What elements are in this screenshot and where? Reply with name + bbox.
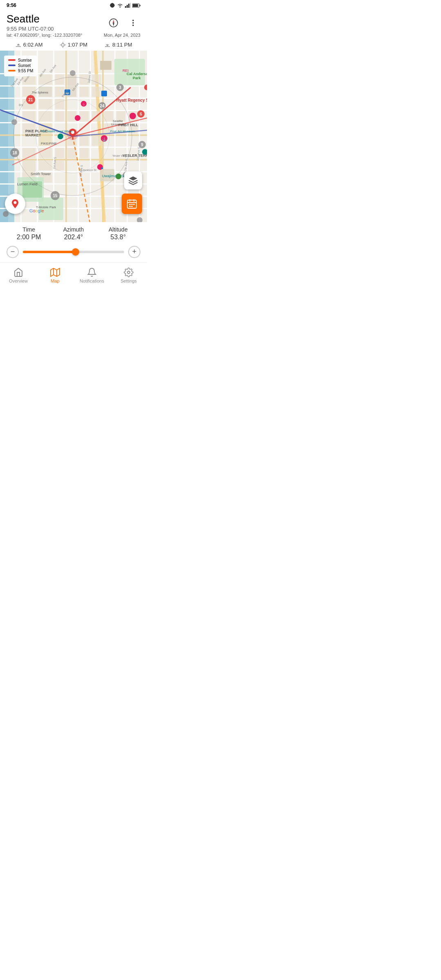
svg-text:24: 24 — [100, 104, 105, 108]
status-time: 9:56 — [7, 2, 16, 8]
svg-rect-31 — [0, 110, 147, 111]
svg-text:PIKE/PINE: PIKE/PINE — [41, 142, 57, 145]
more-button[interactable] — [126, 16, 140, 30]
map-container[interactable]: 21 18 15 24 3 6 9 12 🚌 PIKE PLACE MARKET… — [0, 51, 147, 222]
svg-text:3: 3 — [119, 85, 121, 90]
settings-icon — [124, 267, 134, 277]
legend-sunrise: Sunrise — [18, 58, 32, 62]
my-location-button[interactable] — [5, 194, 25, 214]
slider-fill — [23, 251, 76, 253]
layers-button[interactable] — [124, 172, 142, 189]
sunset-icon — [104, 42, 111, 48]
sunset-item: 8:11 PM — [96, 42, 140, 48]
city-time: 9:55 PM UTC-07:00 — [7, 26, 54, 32]
layers-icon — [128, 176, 138, 185]
altitude-item: Altitude 53.8° — [96, 226, 140, 241]
svg-rect-69 — [39, 111, 52, 121]
calendar-icon — [127, 198, 137, 209]
svg-rect-85 — [80, 148, 89, 158]
svg-text:Yesler Way: Yesler Way — [112, 154, 127, 158]
svg-rect-83 — [80, 136, 89, 146]
svg-text:Frye Art Museum: Frye Art Museum — [110, 129, 135, 133]
header: Seattle 9:55 PM UTC-07:00 la — [0, 10, 147, 40]
svg-text:21: 21 — [28, 98, 33, 102]
svg-rect-133 — [101, 91, 107, 96]
svg-rect-81 — [55, 160, 64, 170]
plus-icon: + — [132, 247, 137, 256]
svg-point-1 — [120, 7, 120, 7]
map-nav-icon — [50, 267, 60, 277]
google-watermark: Google — [29, 208, 44, 213]
time-label: Time — [7, 226, 51, 233]
notifications-icon — [87, 267, 97, 277]
altitude-label: Altitude — [96, 226, 140, 233]
map-legend: Sunrise Sunset 9:55 PM — [4, 56, 37, 76]
svg-rect-4 — [128, 4, 129, 8]
azimuth-value: 202.4° — [51, 234, 96, 241]
svg-point-178 — [116, 174, 121, 179]
solar-noon-time: 1:07 PM — [68, 42, 87, 48]
overview-icon — [13, 267, 23, 277]
notifications-label: Notifications — [80, 278, 104, 283]
svg-text:15: 15 — [53, 194, 58, 198]
map-label: Map — [51, 278, 59, 283]
svg-rect-86 — [92, 136, 101, 146]
battery-icon — [132, 3, 140, 8]
compass-button[interactable] — [106, 16, 121, 30]
solar-noon-icon — [60, 42, 66, 48]
svg-point-108 — [70, 70, 76, 76]
svg-rect-34 — [0, 147, 147, 148]
sunrise-item: 6:02 AM — [7, 42, 51, 48]
svg-rect-67 — [22, 111, 36, 121]
sunrise-icon — [15, 42, 22, 48]
slider-thumb — [72, 248, 79, 256]
svg-point-195 — [127, 271, 130, 274]
svg-rect-190 — [129, 206, 131, 207]
wifi-icon — [117, 3, 123, 8]
svg-rect-77 — [55, 148, 64, 158]
svg-marker-192 — [51, 268, 60, 276]
svg-text:18: 18 — [12, 151, 17, 155]
svg-point-15 — [132, 24, 134, 26]
svg-text:9: 9 — [141, 143, 143, 147]
svg-text:The Spheres: The Spheres — [32, 91, 49, 94]
svg-rect-188 — [131, 204, 133, 205]
slider-plus-button[interactable]: + — [128, 246, 140, 258]
svg-text:⌂: ⌂ — [83, 102, 85, 106]
calendar-button[interactable] — [122, 194, 142, 214]
nav-overview[interactable]: Overview — [0, 266, 37, 285]
coordinates: lat: 47.6062095°, long: -122.3320708° — [7, 33, 82, 38]
svg-rect-71 — [55, 111, 64, 121]
svg-point-14 — [132, 22, 134, 24]
svg-text:S Jackson St: S Jackson St — [80, 169, 96, 172]
svg-point-175 — [58, 134, 63, 139]
info-panel: Time 2:00 PM Azimuth 202.4° Altitude 53.… — [0, 222, 147, 243]
signal-icon — [125, 3, 131, 8]
nav-settings[interactable]: Settings — [110, 266, 147, 285]
svg-rect-72 — [67, 111, 76, 121]
svg-text:The Seattle Great Wheel: The Seattle Great Wheel — [41, 130, 72, 133]
date: Mon, Apr 24, 2023 — [104, 33, 140, 38]
nav-notifications[interactable]: Notifications — [74, 266, 110, 285]
svg-point-110 — [11, 119, 17, 125]
svg-rect-2 — [125, 6, 126, 8]
status-icons — [109, 2, 140, 8]
svg-rect-64 — [80, 87, 89, 97]
svg-text:University: University — [111, 122, 125, 126]
overview-label: Overview — [9, 278, 28, 283]
svg-rect-3 — [127, 5, 128, 8]
svg-text:Cal Anderson: Cal Anderson — [127, 72, 147, 76]
svg-rect-61 — [55, 99, 64, 109]
svg-rect-66 — [92, 87, 101, 97]
sun-times-row: 6:02 AM 1:07 PM 8:11 PM — [0, 40, 147, 51]
location-pin-icon — [10, 198, 20, 209]
city-name: Seattle — [7, 13, 54, 25]
svg-text:REI: REI — [122, 69, 129, 73]
svg-point-172 — [129, 113, 136, 119]
nav-map[interactable]: Map — [37, 266, 74, 285]
slider-track[interactable] — [23, 251, 124, 253]
svg-point-13 — [132, 20, 134, 21]
sunset-time: 8:11 PM — [112, 42, 132, 48]
slider-minus-button[interactable]: − — [7, 246, 19, 258]
solar-noon-item: 1:07 PM — [51, 42, 96, 48]
